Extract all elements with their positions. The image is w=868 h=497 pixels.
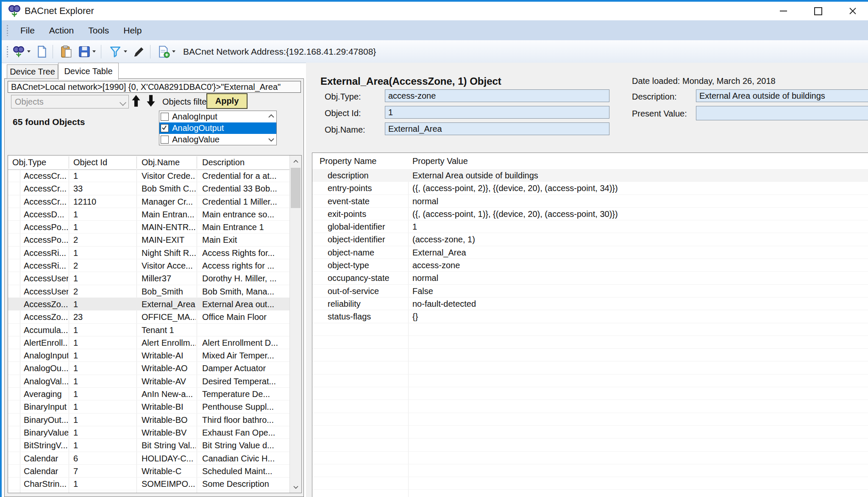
table-row[interactable]: AlertEnroll...1Alert Enrollm...Alert Enr… xyxy=(8,336,290,349)
table-row[interactable]: BitStringV...1Bit String Val...Bit Strin… xyxy=(8,439,290,452)
tab-device-tree[interactable]: Device Tree xyxy=(7,64,58,79)
property-row[interactable]: event-statenormal xyxy=(312,195,868,208)
new-document-button[interactable] xyxy=(35,43,49,60)
property-value: 1 xyxy=(412,220,417,233)
move-down-button[interactable] xyxy=(146,94,156,108)
cell: 7 xyxy=(73,465,135,478)
property-name: description xyxy=(328,169,406,182)
table-row[interactable]: AccessZo...23OFFICE_MA...Office Main Flo… xyxy=(8,311,290,323)
property-name: object-name xyxy=(328,246,406,259)
property-name: event-state xyxy=(328,195,406,208)
cell: AccessCr... xyxy=(24,182,68,195)
table-row[interactable]: AccessPo...1MAIN-ENTR...Main Entrance 1 xyxy=(8,221,290,233)
filter-item-label: AnalogOutput xyxy=(172,123,224,133)
column-header[interactable]: Property Name xyxy=(320,153,377,169)
table-row[interactable]: BinaryOut...1Writable-BOThird floor bath… xyxy=(8,414,290,426)
window-frame-left xyxy=(0,0,2,497)
checkbox-unchecked[interactable] xyxy=(161,136,169,144)
table-row[interactable]: AccessCr...33Bob Smith C...Credential 33… xyxy=(8,182,290,195)
table-row[interactable]: CharStrin...1SOMEIMPO...Some Description xyxy=(8,478,290,490)
menu-item-action[interactable]: Action xyxy=(42,20,81,40)
cell: Bob Smith C... xyxy=(142,182,196,195)
paste-button[interactable] xyxy=(59,43,74,60)
add-device-button[interactable] xyxy=(156,43,177,60)
toolbar-grip[interactable] xyxy=(7,46,8,57)
object-id-field[interactable]: 1 xyxy=(385,106,609,119)
checkbox-unchecked[interactable] xyxy=(161,113,169,121)
present-value-field[interactable] xyxy=(696,106,868,120)
toolbar: BACnet Network Address:{192.168.41.29:47… xyxy=(2,40,868,63)
obj-name-field[interactable]: External_Area xyxy=(385,122,609,135)
title-bar[interactable]: BACnet Explorer xyxy=(2,2,868,20)
property-row[interactable]: global-identifier1 xyxy=(312,220,868,233)
table-row[interactable]: AccessCr...1Visitor Crede...Credential f… xyxy=(8,169,290,182)
vertical-scrollbar[interactable] xyxy=(289,155,301,493)
obj-type-field[interactable]: access-zone xyxy=(385,89,609,102)
table-row[interactable]: Accumula...1Tenant 1 xyxy=(8,324,290,336)
property-row[interactable]: object-typeaccess-zone xyxy=(312,259,868,272)
scroll-down-button[interactable] xyxy=(290,481,301,493)
table-row[interactable]: AccessUser1Miller37Dorothy H. Miller, ..… xyxy=(8,272,290,285)
checkbox-checked[interactable] xyxy=(161,124,169,132)
column-header[interactable]: Object Id xyxy=(73,155,107,169)
save-button[interactable] xyxy=(77,43,97,60)
property-row[interactable]: object-identifier(access-zone, 1) xyxy=(312,233,868,246)
property-row[interactable]: out-of-serviceFalse xyxy=(312,285,868,297)
save-icon xyxy=(78,46,90,58)
table-row[interactable]: AccessRi...2Visitor Acce...Access rights… xyxy=(8,259,290,272)
menu-item-tools[interactable]: Tools xyxy=(81,20,116,40)
menu-item-help[interactable]: Help xyxy=(116,20,149,40)
column-header[interactable]: Description xyxy=(202,155,245,169)
property-row[interactable]: object-nameExternal_Area xyxy=(312,246,868,259)
property-row[interactable]: descriptionExternal Area outside of buil… xyxy=(312,169,868,182)
table-row[interactable]: AccessCr...12110Manager Cr...Credential … xyxy=(8,195,290,208)
object-type-filter-list[interactable]: AnalogInputAnalogOutputAnalogValue xyxy=(159,111,277,145)
table-row[interactable]: Calendar7Writable-CScheduled Maint... xyxy=(8,465,290,478)
close-button[interactable] xyxy=(839,2,866,20)
menu-grip[interactable] xyxy=(7,25,8,36)
table-row[interactable]: AccessPo...2MAIN-EXITMain Exit xyxy=(8,233,290,246)
table-row[interactable]: AnalogInput1Writable-AIMixed Air Temper.… xyxy=(8,349,290,362)
description-field[interactable]: External Area outside of buildings xyxy=(696,89,868,102)
scroll-up-button[interactable] xyxy=(290,155,301,167)
table-row[interactable]: BinaryInput1Writable-BIPenthouse Suppl..… xyxy=(8,400,290,413)
table-row[interactable]: AnalogVal...1Writable-AVDesired Temperat… xyxy=(8,375,290,388)
objects-combo[interactable]: Objects xyxy=(11,95,129,108)
apply-button[interactable]: Apply xyxy=(206,93,248,109)
move-up-button[interactable] xyxy=(131,94,142,108)
cell: 1 xyxy=(73,375,135,388)
chevron-down-icon xyxy=(172,50,175,53)
cell: Some Description xyxy=(202,478,287,490)
maximize-button[interactable] xyxy=(804,2,832,20)
table-row[interactable]: Calendar6HOLIDAY-C...Canadian Civic H... xyxy=(8,452,290,465)
tab-device-table[interactable]: Device Table xyxy=(58,63,119,80)
minimize-button[interactable] xyxy=(770,2,797,20)
empty-row xyxy=(312,375,868,387)
table-row[interactable]: Averaging1AnIn New-a...Temperature De... xyxy=(8,388,290,400)
table-row[interactable]: AccessD...1Main Entran...Main entrance s… xyxy=(8,208,290,221)
edit-button[interactable] xyxy=(131,43,147,60)
discover-devices-button[interactable] xyxy=(11,43,32,60)
table-row[interactable]: AnalogOu...1Writable-AODamper Actuator xyxy=(8,362,290,375)
table-row[interactable]: Comman...10Start In...Starts the test... xyxy=(8,490,290,493)
property-row[interactable]: status-flags{} xyxy=(312,310,868,323)
cell: 1 xyxy=(73,208,135,221)
table-row[interactable]: BinaryValue1Writable-BVExhaust Fan Ope..… xyxy=(8,426,290,439)
arrow-up-icon xyxy=(131,94,141,107)
filter-item-analogoutput[interactable]: AnalogOutput xyxy=(159,122,276,134)
property-row[interactable]: entry-points({, (access-point, 2)}, {(de… xyxy=(312,182,868,194)
table-row[interactable]: AccessZo...1External_AreaExternal Area o… xyxy=(8,298,290,311)
property-row[interactable]: reliabilityno-fault-detected xyxy=(312,297,868,310)
table-row[interactable]: AccessRi...1Night Shift R...Access Right… xyxy=(8,247,290,259)
menu-item-file[interactable]: File xyxy=(13,20,42,40)
column-header[interactable]: Property Value xyxy=(412,153,468,169)
property-row[interactable]: exit-points({, (access-point, 1)}, {(dev… xyxy=(312,208,868,220)
property-row[interactable]: occupancy-statenormal xyxy=(312,272,868,284)
scrollbar-thumb[interactable] xyxy=(291,168,300,208)
filter-button[interactable] xyxy=(107,43,129,60)
filter-item-analoginput[interactable]: AnalogInput xyxy=(159,111,276,122)
column-header[interactable]: Obj.Type xyxy=(12,155,46,169)
column-header[interactable]: Obj.Name xyxy=(142,155,180,169)
filter-item-analogvalue[interactable]: AnalogValue xyxy=(159,134,276,145)
table-row[interactable]: AccessUser2Bob_SmithBob Smith, Mana... xyxy=(8,285,290,298)
